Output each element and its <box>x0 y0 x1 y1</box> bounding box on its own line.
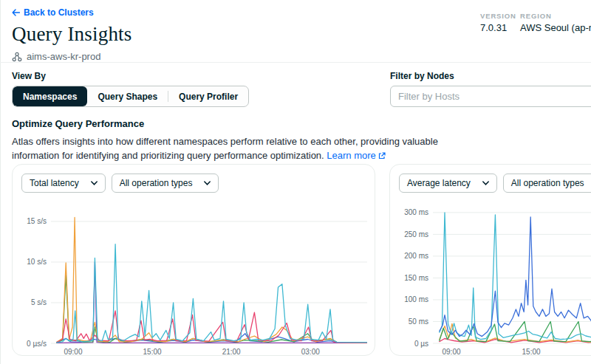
average-latency-chart-card: Average latency All operation types 0 µs… <box>389 164 591 356</box>
cluster-icon <box>12 52 22 62</box>
svg-text:300 ms: 300 ms <box>404 208 428 216</box>
svg-text:200 ms: 200 ms <box>404 252 428 260</box>
metric-select-right-value: Average latency <box>407 178 471 188</box>
version-value: 7.0.31 <box>480 22 516 33</box>
tab-query-shapes[interactable]: Query Shapes <box>87 86 168 106</box>
svg-text:09:00: 09:00 <box>64 348 82 356</box>
region-block: REGION AWS Seoul (ap-nort <box>520 12 591 33</box>
svg-text:0 µs: 0 µs <box>414 340 428 348</box>
metric-select-left-value: Total latency <box>30 178 79 188</box>
version-label: VERSION <box>480 12 516 20</box>
svg-text:03:00: 03:00 <box>301 348 320 356</box>
learn-more-label: Learn more <box>327 150 375 161</box>
svg-text:250 ms: 250 ms <box>404 230 428 238</box>
total-latency-chart[interactable]: 0 µs/s5 s/s10 s/s15 s/s09:0015:0021:0003… <box>21 199 367 356</box>
view-by-segmented-control: Namespaces Query Shapes Query Profiler <box>12 86 249 107</box>
filter-by-nodes-label: Filter by Nodes <box>390 71 591 81</box>
chevron-down-icon <box>482 181 489 185</box>
metric-select-left[interactable]: Total latency <box>21 174 106 193</box>
filter-hosts-input[interactable] <box>390 86 591 107</box>
chevron-down-icon <box>91 181 98 185</box>
svg-text:15:00: 15:00 <box>522 348 541 356</box>
back-to-clusters-link[interactable]: Back to Clusters <box>12 7 94 18</box>
svg-text:10 s/s: 10 s/s <box>27 258 47 266</box>
svg-text:09:00: 09:00 <box>443 348 461 356</box>
svg-text:100 ms: 100 ms <box>404 295 428 303</box>
back-link-label: Back to Clusters <box>24 7 94 18</box>
svg-text:15:00: 15:00 <box>143 348 162 356</box>
chevron-down-icon <box>204 181 211 185</box>
svg-text:0 µs/s: 0 µs/s <box>27 340 47 348</box>
total-latency-chart-card: Total latency All operation types 0 µs/s… <box>12 164 375 356</box>
version-block: VERSION 7.0.31 <box>480 12 516 33</box>
operation-select-right-value: All operation types <box>511 178 584 188</box>
svg-text:5 s/s: 5 s/s <box>31 298 47 306</box>
region-label: REGION <box>520 12 591 20</box>
svg-text:150 ms: 150 ms <box>404 274 428 282</box>
metric-select-right[interactable]: Average latency <box>399 174 497 193</box>
arrow-left-icon <box>12 9 20 16</box>
page-left-border <box>0 0 1 364</box>
external-link-icon <box>378 152 386 159</box>
header-divider <box>0 62 591 63</box>
cluster-name: aims-aws-kr-prod <box>27 51 100 62</box>
svg-text:21:00: 21:00 <box>222 348 241 356</box>
section-title: Optimize Query Performance <box>12 118 439 129</box>
region-value: AWS Seoul (ap-nort <box>520 22 591 33</box>
operation-select-left[interactable]: All operation types <box>112 174 219 193</box>
svg-text:15 s/s: 15 s/s <box>27 217 47 225</box>
operation-select-left-value: All operation types <box>120 178 193 188</box>
operation-select-right[interactable]: All operation types <box>503 174 591 193</box>
section-description: Atlas offers insights into how different… <box>12 134 439 162</box>
view-by-label: View By <box>12 71 249 81</box>
svg-text:50 ms: 50 ms <box>409 317 428 326</box>
learn-more-link[interactable]: Learn more <box>327 150 386 161</box>
tab-namespaces[interactable]: Namespaces <box>13 86 87 106</box>
average-latency-chart[interactable]: 0 µs50 ms100 ms150 ms200 ms250 ms300 ms0… <box>399 199 591 356</box>
tab-query-profiler[interactable]: Query Profiler <box>168 86 248 106</box>
